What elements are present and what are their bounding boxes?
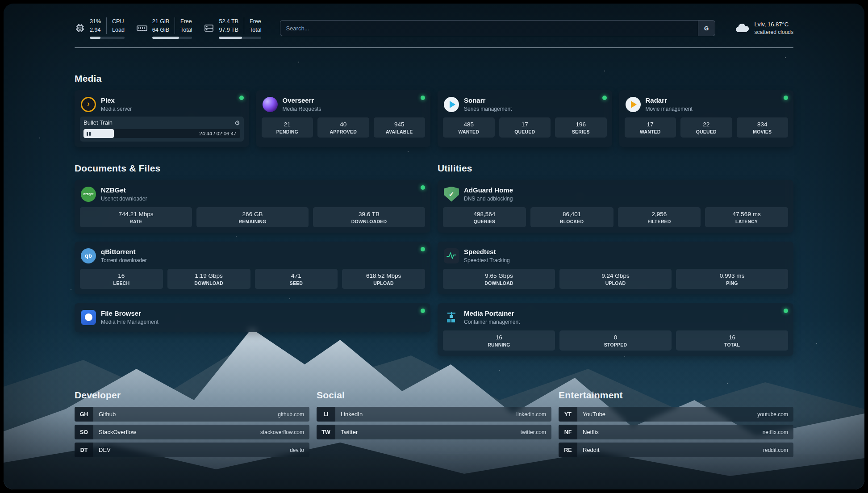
portainer-card[interactable]: Media Portainer Container management 16 … [438,303,793,356]
bookmark-github[interactable]: GH Github github.com [75,407,309,422]
ram-icon [136,23,148,33]
bookmark-url: github.com [278,411,304,418]
stat-label: APPROVED [319,129,367,134]
app-desc: Usenet downloader [101,196,147,202]
stat-label: MOVIES [739,129,787,134]
stat-tile: 834 MOVIES [737,117,789,138]
ram-progress-bar [152,37,192,39]
youtube-icon: YT [559,407,577,422]
disk-label-1: Free [250,17,261,25]
stat-label: QUERIES [445,219,524,224]
overseerr-icon [263,97,278,112]
bookmark-url: reddit.com [763,447,788,453]
bookmark-name: YouTube [583,411,605,418]
status-dot [784,309,788,313]
stat-label: RUNNING [445,342,553,347]
bookmark-reddit[interactable]: RE Reddit reddit.com [559,443,793,457]
stat-value: 744.21 Mbps [82,211,190,217]
stat-value: 17 [501,121,549,128]
stat-value: 498,564 [445,211,524,217]
bookmark-youtube[interactable]: YT YouTube youtube.com [559,407,793,422]
search-engine-button[interactable]: G [698,21,715,36]
app-desc: Media server [101,106,132,112]
dashboard-screen: 31% 2.94 CPU Load [4,4,864,489]
status-dot [421,96,425,100]
stat-tile: 39.6 TB DOWNLOADED [313,207,425,227]
stat-value: 16 [445,334,553,341]
speedtest-card[interactable]: Speedtest Speedtest Tracking 9.65 Gbps D… [438,242,793,294]
stat-value: 22 [682,121,730,128]
filebrowser-icon [81,310,96,325]
search-input[interactable] [280,21,697,36]
bookmark-linkedin[interactable]: LI LinkedIn linkedin.com [317,407,551,422]
bookmark-url: dev.to [290,447,304,453]
overseerr-card[interactable]: Overseerr Media Requests 21 PENDING 40 A… [256,90,431,147]
bookmark-url: netflix.com [763,429,788,435]
stat-tile: 0.993 ms PING [676,269,788,289]
adguard-card[interactable]: ✓ AdGuard Home DNS and adblocking 498,56… [438,180,793,233]
sonarr-icon [444,97,459,112]
stat-tile: 471 SEED [255,269,338,289]
status-dot [239,96,244,100]
bookmark-name: StackOverflow [99,429,136,435]
app-name: File Browser [101,309,159,318]
stat-tile: 266 GB REMAINING [196,207,309,227]
app-desc: Speedtest Tracking [464,257,510,263]
app-desc: Media Requests [283,106,321,112]
qbittorrent-card[interactable]: qb qBittorrent Torrent downloader 16 LEE… [75,242,430,294]
bookmark-stackoverflow[interactable]: SO StackOverflow stackoverflow.com [75,425,309,439]
stat-value: 945 [376,121,424,128]
now-playing-panel: Bullet Train ⚙ 24:44 / 02:06:47 [80,117,244,142]
radarr-card[interactable]: Radarr Movie management 17 WANTED 22 QUE… [619,90,794,147]
sonarr-card[interactable]: Sonarr Series management 485 WANTED 17 Q… [438,90,612,147]
stat-tile: 196 SERIES [555,117,607,138]
plex-card[interactable]: › Plex Media server Bullet Train ⚙ [75,90,249,147]
status-dot [421,247,425,251]
stat-tile: 17 QUEUED [499,117,551,138]
stat-tile: 47.569 ms LATENCY [705,207,788,227]
stat-label: UPLOAD [344,280,423,286]
app-desc: Media File Management [101,319,159,325]
stat-label: UPLOAD [561,280,670,286]
weather-condition: scattered clouds [755,29,793,36]
stackoverflow-icon: SO [75,425,93,439]
utilities-section: Utilities ✓ AdGuard Home DNS and adblock… [438,163,793,356]
stat-tile: 498,564 QUERIES [443,207,526,227]
stat-tile: 16 LEECH [80,269,163,289]
stat-label: AVAILABLE [376,129,424,134]
documents-section: Documents & Files nzbget NZBGet Usenet d… [75,163,430,356]
stat-value: 17 [626,121,675,128]
filebrowser-card[interactable]: File Browser Media File Management [75,303,430,332]
media-section-title: Media [75,73,793,84]
gear-icon[interactable]: ⚙ [234,120,240,126]
status-dot [784,96,788,100]
stat-tile: 9.24 Gbps UPLOAD [559,269,672,289]
developer-section-title: Developer [75,390,309,401]
reddit-icon: RE [559,443,577,457]
stat-value: 47.569 ms [707,211,786,217]
bookmark-netflix[interactable]: NF Netflix netflix.com [559,425,793,439]
bookmark-twitter[interactable]: TW Twitter twitter.com [317,425,551,439]
stat-value: 2,956 [620,211,699,217]
stat-value: 39.6 TB [315,211,423,217]
now-playing-title: Bullet Train [83,119,113,126]
github-icon: GH [75,407,93,422]
status-dot [421,309,425,313]
status-dot [602,96,607,100]
stat-tile: 22 QUEUED [680,117,732,138]
app-desc: Container management [464,319,520,325]
bookmark-dev[interactable]: DT DEV dev.to [75,443,309,457]
stat-label: STOPPED [561,342,670,347]
social-section-title: Social [317,390,551,401]
stat-value: 16 [678,334,786,341]
utilities-section-title: Utilities [438,163,793,174]
stat-label: LATENCY [707,219,786,224]
media-section: Media › Plex Media server Bullet Trai [75,73,793,147]
stat-label: WANTED [626,129,675,134]
adguard-icon: ✓ [444,187,459,202]
stat-tile: 485 WANTED [443,117,495,138]
nzbget-card[interactable]: nzbget NZBGet Usenet downloader 744.21 M… [75,180,430,233]
ram-label-2: Total [180,26,192,34]
stat-label: QUEUED [682,129,730,134]
stat-value: 40 [319,121,367,128]
